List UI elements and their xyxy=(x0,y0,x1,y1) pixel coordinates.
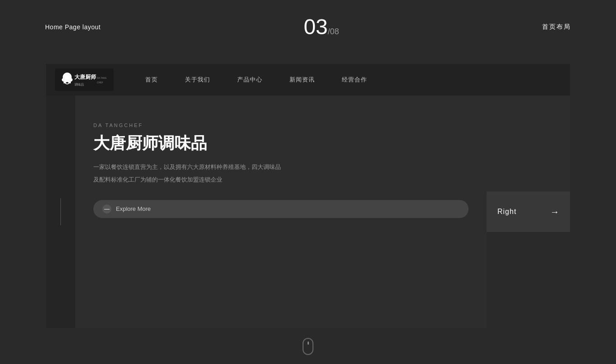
mouse-icon xyxy=(303,338,313,355)
hero-title: 大唐厨师调味品 xyxy=(93,133,469,153)
explore-icon: — xyxy=(102,205,111,214)
svg-text:调味品: 调味品 xyxy=(74,83,84,86)
hero-subtitle: DA TANGCHEF xyxy=(93,123,469,128)
nav-items: 首页 关于我们 产品中心 新闻资讯 经营合作 xyxy=(145,76,367,84)
svg-text:CHEF: CHEF xyxy=(97,81,103,84)
explore-label: Explore More xyxy=(116,205,151,212)
mouse-wheel xyxy=(308,341,309,345)
right-nav-bottom xyxy=(487,232,570,328)
hero-desc-line2: 及配料标准化工厂为辅的一体化餐饮加盟连锁企业 xyxy=(93,174,319,185)
logo-svg: 大唐厨师 调味品 DA TANG CHEF xyxy=(57,70,111,90)
vertical-line xyxy=(60,198,61,225)
right-nav-button[interactable]: Right → xyxy=(487,191,570,232)
hero-description: 一家以餐饮连锁直营为主，以及拥有六大原材料种养殖基地，四大调味品 及配料标准化工… xyxy=(93,162,319,187)
nav-item-about[interactable]: 关于我们 xyxy=(185,76,210,84)
nav-item-cooperation[interactable]: 经营合作 xyxy=(342,76,367,84)
hero-section: DA TANGCHEF 大唐厨师调味品 一家以餐饮连锁直营为主，以及拥有六大原材… xyxy=(46,96,570,328)
page-total: /08 xyxy=(328,27,339,36)
right-nav-top xyxy=(487,96,570,191)
right-nav-panel: Right → xyxy=(487,96,570,328)
website-preview: 大唐厨师 调味品 DA TANG CHEF 首页 关于我们 产品中心 新闻资讯 … xyxy=(46,64,570,328)
page-current: 03 xyxy=(303,16,327,38)
nav-bar: 大唐厨师 调味品 DA TANG CHEF 首页 关于我们 产品中心 新闻资讯 … xyxy=(46,64,570,96)
nav-item-home[interactable]: 首页 xyxy=(145,76,158,84)
nav-item-products[interactable]: 产品中心 xyxy=(237,76,262,84)
svg-text:大唐厨师: 大唐厨师 xyxy=(74,74,97,80)
arrow-right-icon: → xyxy=(550,207,559,217)
page-label-right: 首页布局 xyxy=(542,23,571,31)
right-nav-label: Right xyxy=(497,208,516,216)
scroll-indicator xyxy=(303,338,313,355)
hero-desc-line1: 一家以餐饮连锁直营为主，以及拥有六大原材料种养殖基地，四大调味品 xyxy=(93,162,319,172)
logo: 大唐厨师 调味品 DA TANG CHEF xyxy=(55,68,114,91)
explore-more-button[interactable]: — Explore More xyxy=(93,200,469,218)
logo-area: 大唐厨师 调味品 DA TANG CHEF xyxy=(55,68,127,91)
hero-content: DA TANGCHEF 大唐厨师调味品 一家以餐饮连锁直营为主，以及拥有六大原材… xyxy=(75,96,487,236)
left-sidebar xyxy=(46,96,75,328)
nav-item-news[interactable]: 新闻资讯 xyxy=(290,76,315,84)
page-counter: 03 /08 xyxy=(303,16,339,38)
top-bar: Home Page layout 03 /08 首页布局 xyxy=(0,0,616,54)
svg-text:DA TANG: DA TANG xyxy=(97,77,107,79)
page-label-left: Home Page layout xyxy=(45,23,101,31)
